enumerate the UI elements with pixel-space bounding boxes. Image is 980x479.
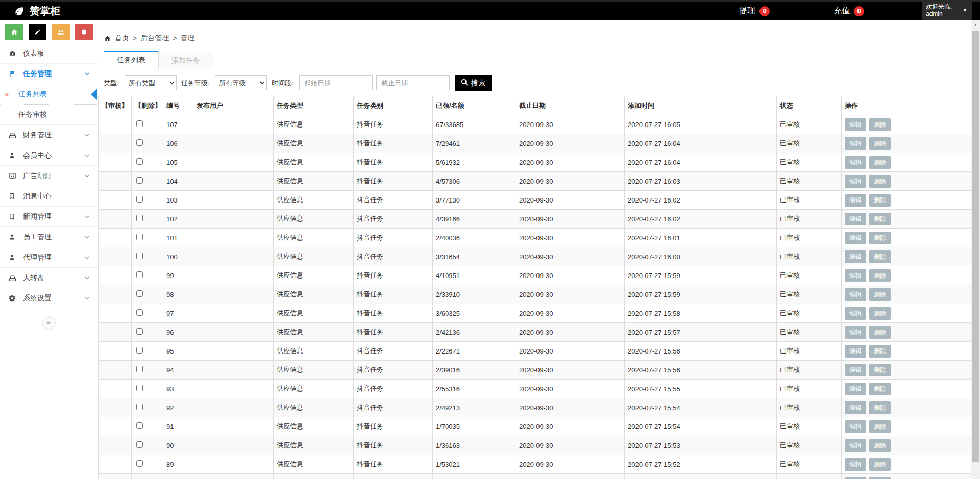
sidebar-item-新闻管理[interactable]: 新闻管理	[0, 206, 97, 226]
delete-checkbox[interactable]	[136, 441, 143, 448]
delete-checkbox[interactable]	[136, 139, 143, 146]
edit-button[interactable]: 编辑	[845, 250, 866, 263]
sidebar-item-员工管理[interactable]: 员工管理	[0, 226, 97, 247]
actions-cell: 编辑删除	[842, 134, 972, 153]
delete-checkbox[interactable]	[136, 366, 143, 372]
edit-button[interactable]: 编辑	[845, 232, 866, 244]
sidebar-item-财务管理[interactable]: 财务管理	[0, 124, 97, 145]
delete-button[interactable]: 删除	[869, 364, 891, 376]
deadline-cell: 2020-09-30	[516, 134, 625, 153]
delete-button[interactable]: 删除	[869, 175, 891, 188]
delete-checkbox[interactable]	[136, 460, 143, 467]
edit-button[interactable]: 编辑	[845, 364, 866, 376]
delete-checkbox[interactable]	[136, 253, 143, 259]
breadcrumb-item[interactable]: 后台管理	[140, 34, 169, 43]
sidebar-item-任务管理[interactable]: 任务管理	[0, 63, 97, 84]
delete-button[interactable]: 删除	[869, 383, 891, 395]
edit-button[interactable]: 编辑	[845, 458, 866, 471]
delete-button[interactable]: 删除	[869, 194, 891, 207]
sidebar-subitem-任务列表[interactable]: »任务列表	[0, 84, 97, 104]
delete-button[interactable]: 删除	[869, 345, 891, 358]
edit-button[interactable]: 编辑	[845, 420, 866, 433]
scrollbar-thumb[interactable]	[972, 31, 979, 462]
level-select[interactable]: 所有等级	[215, 75, 267, 90]
delete-button[interactable]: 删除	[869, 118, 891, 131]
tab-添加任务[interactable]: 添加任务	[159, 52, 213, 69]
users-quick-button[interactable]	[52, 24, 70, 40]
type-select[interactable]: 所有类型	[125, 75, 177, 90]
publisher-cell	[193, 417, 274, 436]
delete-button[interactable]: 删除	[869, 477, 891, 479]
edit-button[interactable]: 编辑	[845, 439, 866, 452]
delete-checkbox[interactable]	[136, 328, 143, 335]
edit-button[interactable]: 编辑	[845, 118, 866, 131]
edit-button[interactable]: 编辑	[845, 401, 866, 414]
edit-button[interactable]: 编辑	[845, 213, 866, 225]
added-time-cell: 2020-07-27 15:51	[625, 474, 777, 479]
pencil-quick-button[interactable]	[29, 24, 47, 40]
start-date-input[interactable]	[299, 75, 373, 90]
delete-checkbox[interactable]	[136, 404, 143, 410]
delete-button[interactable]: 删除	[869, 250, 891, 263]
delete-button[interactable]: 删除	[869, 420, 891, 433]
sidebar-subitem-任务审核[interactable]: 任务审核	[0, 104, 97, 124]
sidebar-item-系统设置[interactable]: 系统设置	[0, 288, 97, 308]
delete-checkbox[interactable]	[136, 177, 143, 184]
edit-button[interactable]: 编辑	[845, 175, 866, 188]
delete-checkbox[interactable]	[136, 422, 143, 429]
audit-cell	[99, 115, 132, 134]
breadcrumb-item[interactable]: 首页	[115, 34, 129, 43]
delete-checkbox[interactable]	[136, 271, 143, 278]
withdraw-link[interactable]: 提现 0	[739, 2, 770, 20]
end-date-input[interactable]	[376, 75, 450, 90]
edit-button[interactable]: 编辑	[845, 194, 866, 207]
edit-button[interactable]: 编辑	[845, 345, 866, 358]
delete-button[interactable]: 删除	[869, 288, 891, 301]
edit-button[interactable]: 编辑	[845, 477, 866, 479]
delete-button[interactable]: 删除	[869, 232, 891, 244]
edit-button[interactable]: 编辑	[845, 307, 866, 320]
delete-button[interactable]: 删除	[869, 458, 891, 471]
sidebar-item-代理管理[interactable]: 代理管理	[0, 247, 97, 267]
edit-button[interactable]: 编辑	[845, 156, 866, 169]
recharge-link[interactable]: 充值 0	[834, 2, 864, 20]
delete-button[interactable]: 删除	[869, 137, 891, 150]
home-quick-button[interactable]	[5, 24, 23, 40]
delete-button[interactable]: 删除	[869, 213, 891, 225]
delete-checkbox[interactable]	[136, 215, 143, 221]
sidebar-item-会员中心[interactable]: 会员中心	[0, 145, 97, 165]
delete-checkbox[interactable]	[136, 347, 143, 354]
edit-button[interactable]: 编辑	[845, 288, 866, 301]
sidebar-item-仪表板[interactable]: 仪表板	[0, 43, 97, 63]
edit-button[interactable]: 编辑	[845, 326, 866, 339]
collapse-sidebar-button[interactable]: «	[42, 316, 56, 330]
delete-button[interactable]: 删除	[869, 156, 891, 169]
bell-quick-button[interactable]	[75, 24, 93, 40]
edit-button[interactable]: 编辑	[845, 383, 866, 395]
delete-button[interactable]: 删除	[869, 401, 891, 414]
app-logo[interactable]: 赞掌柜	[14, 2, 60, 20]
delete-checkbox[interactable]	[136, 309, 143, 316]
delete-checkbox[interactable]	[136, 290, 143, 297]
delete-checkbox[interactable]	[136, 385, 143, 391]
user-menu[interactable]: 欢迎光临, admin ▼	[922, 0, 972, 20]
delete-button[interactable]: 删除	[869, 439, 891, 452]
delete-button[interactable]: 删除	[869, 269, 891, 282]
delete-button[interactable]: 删除	[869, 307, 891, 320]
delete-checkbox[interactable]	[136, 196, 143, 203]
tab-任务列表[interactable]: 任务列表	[104, 51, 159, 69]
edit-button[interactable]: 编辑	[845, 269, 866, 282]
delete-checkbox[interactable]	[136, 120, 143, 127]
scroll-up-arrow[interactable]: ▲	[971, 20, 980, 29]
delete-button[interactable]: 删除	[869, 326, 891, 339]
vertical-scrollbar[interactable]: ▲	[971, 20, 980, 479]
sidebar-item-大转盘[interactable]: 大转盘	[0, 267, 97, 288]
sidebar-item-label: 财务管理	[23, 131, 52, 140]
publisher-cell	[193, 455, 274, 474]
delete-checkbox[interactable]	[136, 234, 143, 240]
sidebar-item-消息中心[interactable]: 消息中心	[0, 186, 97, 206]
delete-checkbox[interactable]	[136, 158, 143, 165]
search-button[interactable]: 搜索	[455, 75, 492, 91]
edit-button[interactable]: 编辑	[845, 137, 866, 150]
sidebar-item-广告幻灯[interactable]: 广告幻灯	[0, 165, 97, 186]
